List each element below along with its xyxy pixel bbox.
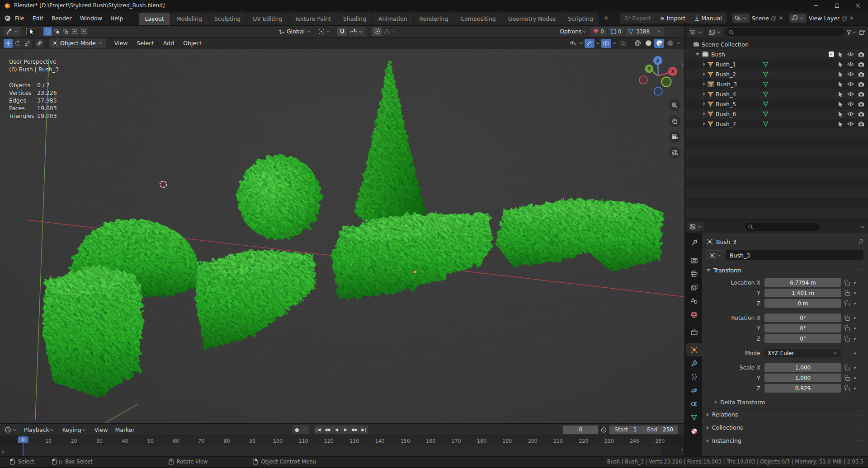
tab-object[interactable] xyxy=(686,343,702,356)
view-layer-name[interactable]: View Layer xyxy=(809,15,840,22)
camera-icon[interactable] xyxy=(858,112,864,117)
lock-icon[interactable] xyxy=(845,303,850,306)
object-origin-point[interactable] xyxy=(414,271,417,274)
timeline-collapse-icon[interactable]: ‹ xyxy=(681,446,683,453)
value-field[interactable]: 1.401 m xyxy=(764,289,841,297)
lock-icon[interactable] xyxy=(845,338,850,342)
workspace-tab[interactable]: Rendering xyxy=(414,13,454,25)
outliner-row-object[interactable]: Bush_3 xyxy=(685,79,868,89)
pivot-point-icon[interactable] xyxy=(318,28,325,35)
export-button[interactable]: Export xyxy=(620,13,656,23)
workspace-tab[interactable]: Scripting xyxy=(562,13,599,25)
workspace-tab[interactable]: Texture Paint xyxy=(288,13,337,25)
chevron-down-icon[interactable] xyxy=(677,41,680,44)
tool-settings-selector[interactable] xyxy=(4,27,21,36)
new-scene-icon[interactable] xyxy=(771,16,776,21)
rotation-mode-dropdown[interactable]: XYZ Euler xyxy=(764,349,841,357)
chevron-down-icon[interactable] xyxy=(596,41,599,44)
selectable-pointer-icon[interactable] xyxy=(838,111,843,117)
outliner-row-object[interactable]: Bush_4 xyxy=(685,89,868,99)
auto-keying-button[interactable]: ● xyxy=(292,425,309,434)
properties-editor-type-button[interactable] xyxy=(688,222,704,231)
transport-button[interactable]: |◀ xyxy=(314,426,323,434)
outliner-row-object[interactable]: Bush_5 xyxy=(685,99,868,109)
current-frame-indicator[interactable]: 0 xyxy=(18,436,28,443)
collection-checkbox[interactable]: ✓ xyxy=(829,51,834,57)
workspace-tab[interactable]: Layout xyxy=(139,13,170,25)
animate-dot-icon[interactable] xyxy=(854,338,856,340)
menubar-item[interactable]: Help xyxy=(106,13,127,23)
import-button[interactable]: » Import xyxy=(656,13,691,23)
workspace-tab[interactable]: Sculpting xyxy=(208,13,246,25)
selectable-pointer-icon[interactable] xyxy=(838,101,843,107)
bush-hedge-box[interactable] xyxy=(195,249,316,350)
selectable-pointer-icon[interactable] xyxy=(838,61,843,67)
collapsed-panel-header[interactable]: Relations :::: xyxy=(707,408,863,420)
viewport-scene[interactable] xyxy=(0,49,684,423)
bush-sphere[interactable] xyxy=(237,155,321,239)
camera-icon[interactable] xyxy=(858,82,864,87)
object-visibility-button[interactable] xyxy=(568,39,578,48)
animate-dot-icon[interactable] xyxy=(854,328,856,329)
keying-menu[interactable]: Keying xyxy=(59,425,90,435)
menubar-item[interactable]: Edit xyxy=(28,13,47,23)
gizmo-minus-z-axis[interactable] xyxy=(654,87,662,95)
select-mode-new-button[interactable] xyxy=(43,27,52,36)
id-type-selector[interactable] xyxy=(707,250,724,260)
camera-icon[interactable] xyxy=(858,62,864,67)
select-mode-extend-button[interactable] xyxy=(52,27,61,36)
lock-icon[interactable] xyxy=(845,317,850,321)
bush-hedge-curved[interactable] xyxy=(495,199,664,271)
end-frame-field[interactable]: End250 xyxy=(642,426,678,434)
animate-dot-icon[interactable] xyxy=(854,352,856,354)
shading-solid-button[interactable] xyxy=(643,39,653,48)
timeline-track-area[interactable] xyxy=(0,446,684,457)
falloff-curve-icon[interactable] xyxy=(383,28,391,34)
animate-dot-icon[interactable] xyxy=(854,292,856,294)
eye-icon[interactable] xyxy=(847,52,854,56)
timeline-editor-type-button[interactable] xyxy=(3,425,19,434)
outliner-row-object[interactable]: Bush_7 xyxy=(685,119,868,129)
delta-transform-subpanel[interactable]: Delta Transform xyxy=(707,397,863,407)
object-name-input[interactable]: Bush_3 xyxy=(726,250,863,260)
transport-button[interactable]: ◀ xyxy=(332,426,341,434)
navigation-gizmo[interactable]: Z Y X xyxy=(637,54,680,99)
xray-toggle[interactable] xyxy=(618,39,628,48)
tab-modifiers[interactable] xyxy=(686,356,702,370)
selectable-pointer-icon[interactable] xyxy=(838,91,843,97)
value-field[interactable]: 1.000 xyxy=(764,363,841,372)
snap-toggle-button[interactable] xyxy=(337,27,347,36)
outliner-row-object[interactable]: Bush_6 xyxy=(685,109,868,119)
playback-menu[interactable]: Playback xyxy=(20,425,58,435)
value-field[interactable]: 0° xyxy=(764,314,841,322)
menubar-item[interactable]: File xyxy=(11,13,28,23)
workspace-tab[interactable]: Shading xyxy=(337,13,372,25)
start-frame-field[interactable]: Start1 xyxy=(609,426,642,434)
camera-icon[interactable] xyxy=(858,92,864,97)
lock-icon[interactable] xyxy=(845,367,850,370)
collapsed-panel-header[interactable]: Instancing :::: xyxy=(707,435,863,446)
tab-particles[interactable] xyxy=(686,370,702,384)
select-box-tool-button[interactable] xyxy=(25,27,38,36)
blender-menu-icon[interactable] xyxy=(4,14,11,22)
lock-icon[interactable] xyxy=(845,282,850,285)
eye-icon[interactable] xyxy=(847,72,854,76)
workspace-tab[interactable]: Modeling xyxy=(170,13,208,25)
camera-icon[interactable] xyxy=(858,72,864,77)
value-field[interactable]: 0.929 xyxy=(764,384,841,393)
value-field[interactable]: 1.000 xyxy=(764,374,841,382)
animate-dot-icon[interactable] xyxy=(854,367,856,369)
eye-icon[interactable] xyxy=(847,62,854,66)
perspective-toggle-button[interactable] xyxy=(669,147,680,159)
zoom-button[interactable] xyxy=(669,99,680,111)
unlink-scene-icon[interactable]: × xyxy=(778,16,783,20)
snap-target-button[interactable] xyxy=(348,27,365,36)
camera-icon[interactable] xyxy=(858,52,864,57)
value-field[interactable]: 6.7794 m xyxy=(764,278,841,287)
show-overlays-button[interactable] xyxy=(601,39,611,48)
camera-view-button[interactable] xyxy=(669,131,680,143)
lock-icon[interactable] xyxy=(845,388,850,391)
3d-viewport[interactable]: User Perspective (0) Bush | Bush_3 Objec… xyxy=(0,49,684,423)
tab-scene[interactable] xyxy=(686,294,702,308)
viewport-menu-item[interactable]: View xyxy=(110,38,132,48)
